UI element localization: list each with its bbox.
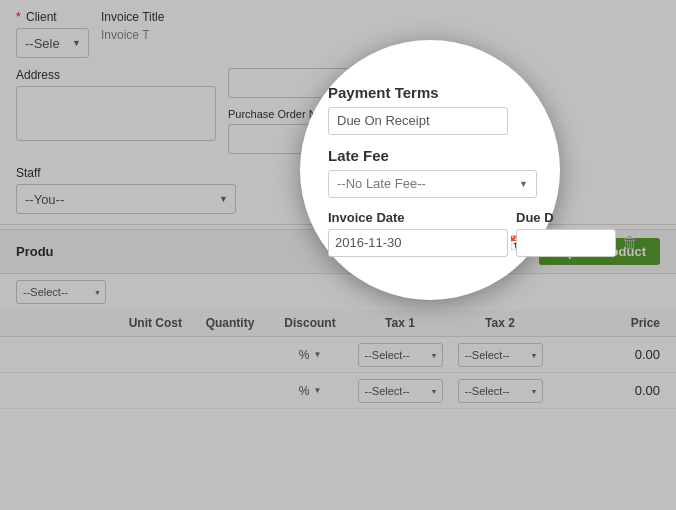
due-date-input-wrap: 📅 [516, 229, 616, 257]
product-select-wrapper[interactable]: --Select-- [16, 280, 106, 304]
table-row: % ▼ --Select-- --Select-- 0.00 [0, 337, 676, 373]
due-date-label: Due D [516, 210, 638, 225]
tax2-select-wrap-1[interactable]: --Select-- [458, 343, 543, 367]
address-field-group: Address [16, 68, 216, 141]
invoice-date-input[interactable] [335, 235, 503, 250]
staff-field-group: Staff --You-- [16, 166, 236, 214]
address-input[interactable] [16, 86, 216, 141]
due-date-input[interactable] [523, 235, 676, 250]
products-label: Produ [16, 244, 54, 259]
staff-select[interactable]: --You-- [16, 184, 236, 214]
invoice-title-label: Invoice Title [101, 10, 660, 24]
client-select[interactable]: --Sele [16, 28, 89, 58]
cell-tax1-1: --Select-- [350, 343, 450, 367]
staff-select-wrapper[interactable]: --You-- [16, 184, 236, 214]
tax1-select-2[interactable]: --Select-- [358, 379, 443, 403]
payment-terms-popup: Payment Terms Late Fee ▼ Invoice Date 📅 … [300, 40, 560, 300]
invoice-title-field-group: Invoice Title Invoice T [101, 10, 660, 42]
product-select-row: --Select-- [0, 274, 676, 310]
tax1-select-wrap-1[interactable]: --Select-- [358, 343, 443, 367]
address-label: Address [16, 68, 216, 82]
due-date-group: Due D 📅 🗑 [516, 210, 638, 257]
invoice-date-label: Invoice Date [328, 210, 508, 225]
client-row: * Client --Sele Invoice Title Invoice T [16, 10, 660, 58]
cell-tax2-1: --Select-- [450, 343, 550, 367]
col-header-tax1: Tax 1 [350, 316, 450, 330]
table-row: % ▼ --Select-- --Select-- 0.00 [0, 373, 676, 409]
product-select[interactable]: --Select-- [16, 280, 106, 304]
col-header-quantity: Quantity [190, 316, 270, 330]
tax2-select-2[interactable]: --Select-- [458, 379, 543, 403]
invoice-date-input-wrap: 📅 [328, 229, 508, 257]
col-header-tax2: Tax 2 [450, 316, 550, 330]
delete-icon[interactable]: 🗑 [622, 234, 638, 252]
cell-price-1: 0.00 [550, 347, 676, 362]
late-fee-chevron: ▼ [519, 179, 528, 189]
tax2-select-1[interactable]: --Select-- [458, 343, 543, 367]
table-header: Unit Cost Quantity Discount Tax 1 Tax 2 … [0, 310, 676, 337]
tax2-select-wrap-2[interactable]: --Select-- [458, 379, 543, 403]
col-header-price: Price [550, 316, 676, 330]
cell-tax1-2: --Select-- [350, 379, 450, 403]
late-fee-title: Late Fee [328, 147, 389, 164]
client-label: * Client [16, 10, 89, 24]
col-header-discount: Discount [270, 316, 350, 330]
invoice-date-group: Invoice Date 📅 [328, 210, 508, 257]
cell-tax2-2: --Select-- [450, 379, 550, 403]
chevron-down-icon-2: ▼ [313, 386, 321, 395]
payment-terms-input[interactable] [328, 107, 508, 135]
client-field-group: * Client --Sele [16, 10, 89, 58]
late-fee-input[interactable] [328, 170, 537, 198]
tax1-select-wrap-2[interactable]: --Select-- [358, 379, 443, 403]
percent-symbol-1: % [299, 348, 310, 362]
cell-price-2: 0.00 [550, 383, 676, 398]
chevron-down-icon-1: ▼ [313, 350, 321, 359]
col-header-unitcost: Unit Cost [100, 316, 190, 330]
payment-terms-title: Payment Terms [328, 84, 439, 101]
cell-disc-2: % ▼ [270, 384, 350, 398]
col-header-name [0, 316, 100, 330]
required-star: * [16, 10, 21, 24]
invoice-form: * Client --Sele Invoice Title Invoice T … [0, 0, 676, 510]
client-select-wrapper[interactable]: --Sele [16, 28, 89, 58]
tax1-select-1[interactable]: --Select-- [358, 343, 443, 367]
cell-disc-1: % ▼ [270, 348, 350, 362]
staff-label: Staff [16, 166, 236, 180]
percent-symbol-2: % [299, 384, 310, 398]
